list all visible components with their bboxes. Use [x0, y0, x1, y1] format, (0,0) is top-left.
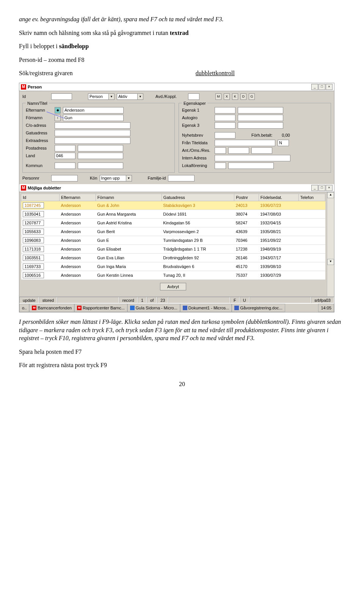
forhbetalt-label: Förh.betalt:: [251, 133, 273, 137]
ant3-field[interactable]: [251, 147, 272, 154]
row-postnr: 70346: [234, 236, 259, 244]
land-name-field[interactable]: [78, 153, 123, 159]
personnr-field[interactable]: [51, 175, 78, 181]
taskbar-item[interactable]: Dokument1 - Micros...: [180, 304, 232, 312]
table-row[interactable]: 1003551AnderssonGun Eva LilianDrottningg…: [21, 253, 325, 262]
table-row[interactable]: 1055633AnderssonGun BeritVarpmossevägen …: [21, 227, 325, 236]
minimize-button[interactable]: _: [311, 185, 318, 191]
close-button[interactable]: ×: [326, 84, 333, 90]
row-tel: [298, 271, 325, 279]
row-fornamn: Gun Berit: [96, 227, 162, 236]
co-field[interactable]: [55, 122, 130, 129]
forhbetalt-value: 0,00: [275, 133, 290, 137]
titeldata-label: Från Titeldata: [182, 140, 212, 145]
row-gatu: Brudvalsvägen 6: [162, 262, 234, 271]
col-telefon[interactable]: Telefon: [298, 194, 325, 201]
nyhetsbrev-field[interactable]: [215, 132, 235, 139]
maximize-button[interactable]: □: [318, 84, 325, 90]
close-button[interactable]: ×: [326, 185, 333, 191]
col-efternamn[interactable]: Efternamn: [60, 194, 96, 201]
chevron-down-icon[interactable]: ▼: [109, 93, 115, 100]
postnr-field[interactable]: [55, 145, 75, 151]
table-row[interactable]: 1035041AnderssonGun Anna MargaretaDödevi…: [21, 210, 325, 218]
chevron-down-icon[interactable]: ▼: [126, 175, 132, 181]
eg3-text-field[interactable]: [238, 122, 283, 129]
kon-dropdown[interactable]: Ingen upp: [100, 175, 126, 181]
taskbar-item[interactable]: o..: [19, 304, 29, 312]
scrollbar[interactable]: ▲ ▼: [327, 192, 334, 296]
fornamn-field[interactable]: Gun: [63, 115, 124, 121]
ant1-field[interactable]: [215, 147, 226, 154]
table-row[interactable]: 1006516AnderssonGun Kerstin LinneaTunag …: [21, 271, 325, 279]
person-form: Id Person▼ Aktiv▼ Avd./Koppl. M X K D G …: [19, 91, 334, 184]
row-fd: 1947/08/03: [259, 210, 298, 218]
dubblettkontroll-button[interactable]: ◆: [55, 107, 61, 114]
col-fodelsedat[interactable]: Födelsedat.: [259, 194, 298, 201]
id-label: Id: [22, 94, 49, 99]
taskbar-item[interactable]: Gåvoregistrering.doc...: [232, 304, 285, 312]
minimize-button[interactable]: _: [311, 84, 318, 90]
avd-field[interactable]: [188, 93, 199, 100]
ant2-field[interactable]: [228, 147, 249, 154]
dubletter-window-titlebar[interactable]: M Möjliga dubletter _ □ ×: [19, 184, 334, 192]
col-gatuadress[interactable]: Gatuadress: [162, 194, 234, 201]
taskbar-item[interactable]: MRapportcenter Barnc...: [74, 304, 127, 312]
kommun-field[interactable]: [55, 162, 75, 169]
scroll-up-icon[interactable]: ▲: [327, 192, 334, 198]
doc-paragraph-3: Fyll i beloppet i sändbelopp: [19, 42, 345, 50]
lokal-text-field[interactable]: [228, 162, 274, 169]
btn-g[interactable]: G: [249, 93, 255, 100]
status-stored: stored: [39, 297, 58, 303]
btn-x[interactable]: X: [224, 93, 230, 100]
eg1-field[interactable]: [215, 107, 235, 114]
efternamn-field[interactable]: Andersson: [63, 107, 124, 114]
btn-d[interactable]: D: [240, 93, 246, 100]
autogiro-field[interactable]: [215, 115, 235, 121]
taskbar-item[interactable]: Gula Sidorna - Micro...: [127, 304, 180, 312]
btn-k[interactable]: K: [232, 93, 238, 100]
maximize-button[interactable]: □: [318, 185, 325, 191]
kommun-name-field[interactable]: [78, 162, 123, 169]
familje-field[interactable]: [168, 175, 195, 181]
person-dropdown[interactable]: Person: [88, 93, 109, 100]
taskbar-label: Gula Sidorna - Micro...: [136, 306, 177, 310]
autogiro-text-field[interactable]: [238, 115, 283, 121]
btn-m[interactable]: M: [215, 93, 221, 100]
row-efternamn: Andersson: [60, 253, 96, 262]
table-row[interactable]: 1171318AnderssonGun ElisabetTrädgårdsgat…: [21, 244, 325, 253]
row-tel: [298, 244, 325, 253]
row-gatu: Trädgårdsgatan 1 1 TR: [162, 244, 234, 253]
status-bar: update stored record 1 of 23 F U srbfpa0…: [19, 296, 334, 303]
titeldata-n-field[interactable]: N: [278, 140, 289, 146]
col-fornamn[interactable]: Förnamn: [96, 194, 162, 201]
avd-label: Avd./Koppl.: [155, 94, 186, 99]
table-row[interactable]: 1207877AnderssonGun Astrid KristinaKinda…: [21, 218, 325, 227]
postort-field[interactable]: [78, 145, 123, 151]
land-field[interactable]: 046: [55, 153, 75, 159]
taskbar-item[interactable]: MBarncancerfonden: [29, 304, 74, 312]
eg1-text-field[interactable]: [238, 107, 283, 114]
scroll-down-icon[interactable]: ▼: [327, 259, 334, 265]
extra-field[interactable]: [55, 137, 130, 144]
chevron-down-icon[interactable]: ▼: [138, 93, 143, 100]
row-id: 1207877: [23, 220, 44, 226]
row-postnr: 43639: [234, 227, 259, 236]
intern-field[interactable]: [215, 155, 290, 161]
row-fd: 1930/07/29: [259, 271, 298, 279]
person-window-titlebar[interactable]: M Person _ □ ×: [19, 83, 334, 91]
eg3-field[interactable]: [215, 122, 235, 129]
id-field[interactable]: [51, 93, 72, 100]
aktiv-dropdown[interactable]: Aktiv: [117, 93, 138, 100]
avbryt-button[interactable]: Avbryt: [160, 283, 186, 290]
col-postnr[interactable]: Postnr: [234, 194, 259, 201]
app-m-icon: M: [21, 185, 26, 191]
table-row[interactable]: 1169733AnderssonGun Inga MariaBrudvalsvä…: [21, 262, 325, 271]
gatu-field[interactable]: [55, 130, 130, 136]
col-id[interactable]: Id: [21, 194, 60, 201]
taskbar-label: Gåvoregistrering.doc...: [240, 306, 282, 310]
row-efternamn: Andersson: [60, 218, 96, 227]
titeldata-field[interactable]: [215, 140, 275, 146]
table-row[interactable]: 1096083AnderssonGun ETunnlandsgatan 29 B…: [21, 236, 325, 244]
table-row[interactable]: 1087245AnderssonGun & JohnStabäcksvägen …: [21, 201, 325, 210]
lokal-field[interactable]: [215, 162, 226, 169]
